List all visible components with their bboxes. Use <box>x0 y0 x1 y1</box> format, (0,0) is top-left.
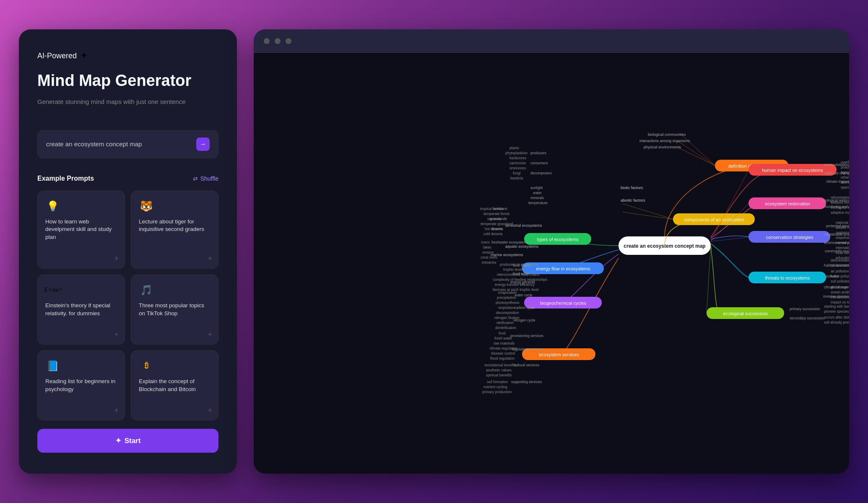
svg-text:phytoplankton: phytoplankton <box>505 151 528 155</box>
svg-text:freshwater ecosystems: freshwater ecosystems <box>491 240 528 244</box>
main-title: Mind Map Generator <box>37 71 218 91</box>
svg-text:decomposition: decomposition <box>496 311 519 315</box>
svg-text:plants: plants <box>509 146 519 150</box>
svg-text:ecosystem restoration: ecosystem restoration <box>765 201 810 206</box>
prompt-icon-3: 🎵 <box>139 283 154 298</box>
svg-text:estuaries: estuaries <box>482 260 496 264</box>
svg-text:cultural services: cultural services <box>514 363 539 367</box>
prompt-icon-0: 💡 <box>45 199 60 214</box>
prompt-plus-2: + <box>114 330 119 339</box>
mindmap-area[interactable]: create an ecosystem concept map <box>254 53 849 474</box>
prompt-plus-4: + <box>114 406 119 415</box>
prompt-icon-2: E=mc² <box>45 283 60 298</box>
prompt-text-0: How to learn web develpment skill and st… <box>45 218 117 242</box>
svg-text:ocean acidification: ocean acidification <box>831 290 849 294</box>
svg-text:conservation strategies: conservation strategies <box>766 235 813 240</box>
svg-text:adaptive management: adaptive management <box>831 210 849 215</box>
svg-text:primary succession: primary succession <box>790 307 820 311</box>
svg-text:producers: producers <box>530 151 546 155</box>
search-input[interactable] <box>46 140 196 148</box>
svg-text:evaporation: evaporation <box>498 290 517 295</box>
prompt-card-4[interactable]: 📘 Reading list for beginners in psycholo… <box>37 350 125 420</box>
svg-text:deforestation: deforestation <box>831 258 849 262</box>
svg-text:pioneer species: pioneer species <box>824 309 849 314</box>
ai-badge: AI-Powered ✦ <box>37 50 218 61</box>
prompt-text-1: Lecture about tiger for inquisitive seco… <box>139 218 211 234</box>
svg-text:air pollution: air pollution <box>831 269 849 273</box>
svg-text:minerals: minerals <box>530 196 544 200</box>
svg-text:climate change: climate change <box>824 285 848 289</box>
svg-text:urban sprawl: urban sprawl <box>841 175 849 179</box>
svg-text:species migrations: species migrations <box>841 185 849 189</box>
examples-header: Example Prompts ⇄ Shuffle <box>37 175 218 182</box>
svg-text:precipitation: precipitation <box>497 296 516 300</box>
svg-text:supporting services: supporting services <box>511 380 542 384</box>
svg-text:abiotic factors: abiotic factors <box>621 198 645 202</box>
svg-text:primary production: primary production <box>482 390 512 394</box>
svg-text:monitoring and evaluation: monitoring and evaluation <box>824 205 849 209</box>
svg-text:biotic factors: biotic factors <box>621 185 643 190</box>
prompt-card-1[interactable]: 🐯 Lecture about tiger for inquisitive se… <box>131 191 218 269</box>
start-button[interactable]: ✦ Start <box>37 429 218 453</box>
svg-text:rivers: rivers <box>481 240 490 244</box>
svg-text:denitrification: denitrification <box>495 326 516 330</box>
input-container: → <box>37 130 218 158</box>
svg-text:soil formation: soil formation <box>487 380 508 384</box>
svg-text:aquatic ecosystems: aquatic ecosystems <box>505 244 539 249</box>
prompt-plus-3: + <box>208 330 212 339</box>
svg-text:cold deserts: cold deserts <box>483 232 503 236</box>
svg-text:decomposers: decomposers <box>530 171 552 175</box>
svg-text:fresh water: fresh water <box>494 336 512 340</box>
start-icon: ✦ <box>115 436 121 445</box>
svg-text:ecological succession: ecological succession <box>723 311 768 316</box>
svg-text:nutrient cycling: nutrient cycling <box>483 385 507 389</box>
svg-text:recreational benefits: recreational benefits <box>484 363 517 367</box>
svg-text:soil pollution: soil pollution <box>831 279 849 283</box>
svg-text:water: water <box>533 191 542 195</box>
prompt-plus-0: + <box>114 254 119 263</box>
submit-button[interactable]: → <box>196 137 210 151</box>
shuffle-icon: ⇄ <box>193 175 198 182</box>
svg-text:consumers: consumers <box>530 161 548 165</box>
svg-text:aesthetic values: aesthetic values <box>486 368 512 372</box>
svg-text:herbivores: herbivores <box>509 156 526 160</box>
prompt-card-3[interactable]: 🎵 Three most popular topics on TikTok Sh… <box>131 275 218 345</box>
left-panel: AI-Powered ✦ Mind Map Generator Generate… <box>19 29 237 474</box>
prompt-text-2: Einstein's theory if special relativity.… <box>45 302 117 318</box>
svg-text:interactions among organisms: interactions among organisms <box>639 139 690 143</box>
svg-text:trophic levels: trophic levels <box>503 267 524 272</box>
prompt-text-4: Reading list for beginners in psychology <box>45 378 117 394</box>
prompt-icon-4: 📘 <box>45 358 60 373</box>
shuffle-button[interactable]: ⇄ Shuffle <box>193 175 218 182</box>
svg-text:energy flow in ecosystems: energy flow in ecosystems <box>536 266 590 271</box>
svg-text:disease control: disease control <box>491 351 515 355</box>
mindmap-svg: create an ecosystem concept map <box>254 53 849 474</box>
ai-badge-text: AI-Powered <box>37 52 77 60</box>
svg-text:food webs: food webs <box>513 272 529 276</box>
prompts-grid: 💡 How to learn web develpment skill and … <box>37 191 218 420</box>
svg-text:physical environments: physical environments <box>644 145 681 149</box>
svg-text:habitat destruction: habitat destruction <box>824 263 849 267</box>
svg-text:ecological restoration techniq: ecological restoration techniques <box>822 198 849 202</box>
svg-text:nitrification: nitrification <box>496 321 514 325</box>
svg-text:occurs after disturbance: occurs after disturbance <box>824 315 849 319</box>
prompt-card-5[interactable]: ₿ Explain the concept of Blockchain and … <box>131 350 218 420</box>
window-dot-2 <box>275 38 281 44</box>
svg-text:biological communities: biological communities <box>648 132 686 137</box>
svg-text:coral reefs: coral reefs <box>481 255 497 259</box>
prompt-icon-1: 🐯 <box>139 199 154 214</box>
svg-text:provisioning services: provisioning services <box>510 334 543 338</box>
prompt-text-5: Explain the concept of Blockchain and Bi… <box>139 378 211 394</box>
subtitle: Generate stunning mind maps with just on… <box>37 98 218 105</box>
svg-text:community involvement: community involvement <box>825 249 849 253</box>
prompt-card-2[interactable]: E=mc² Einstein's theory if special relat… <box>37 275 125 345</box>
examples-title: Example Prompts <box>37 175 94 182</box>
svg-text:sunlight: sunlight <box>530 186 543 190</box>
svg-text:pollution: pollution <box>826 274 839 278</box>
svg-text:spiritual benefits: spiritual benefits <box>486 373 512 377</box>
prompt-card-0[interactable]: 💡 How to learn web develpment skill and … <box>37 191 125 269</box>
svg-text:raw materials: raw materials <box>494 341 515 345</box>
svg-text:components of an ecosystem: components of an ecosystem <box>684 217 744 222</box>
window-bar <box>254 29 849 53</box>
svg-text:climate impacts: climate impacts <box>826 179 849 184</box>
